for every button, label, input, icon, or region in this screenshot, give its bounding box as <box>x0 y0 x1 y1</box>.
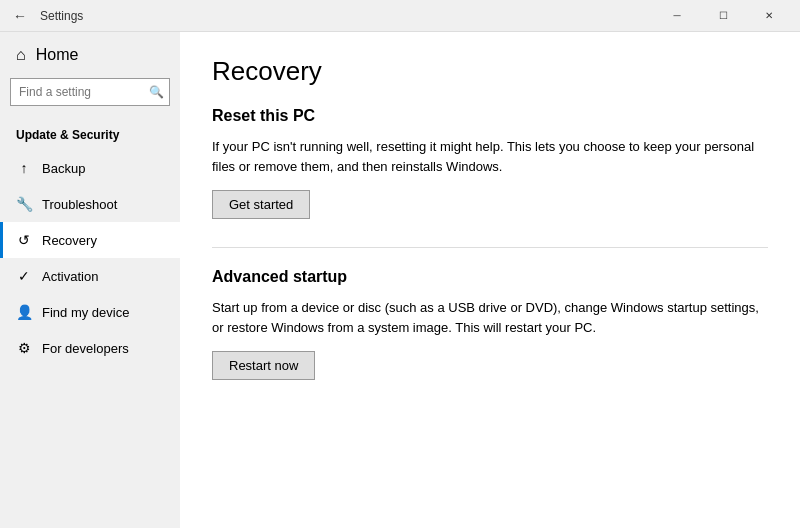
search-box[interactable]: 🔍 <box>10 78 170 106</box>
sidebar-item-recovery[interactable]: ↺ Recovery <box>0 222 180 258</box>
restart-now-button[interactable]: Restart now <box>212 351 315 380</box>
search-icon: 🔍 <box>149 85 164 99</box>
search-input[interactable] <box>10 78 170 106</box>
get-started-button[interactable]: Get started <box>212 190 310 219</box>
backup-icon: ↑ <box>16 160 32 176</box>
content-area: Recovery Reset this PC If your PC isn't … <box>180 32 800 528</box>
main-area: ⌂ Home 🔍 Update & Security ↑ Backup 🔧 Tr… <box>0 32 800 528</box>
sidebar-item-home[interactable]: ⌂ Home <box>0 32 180 78</box>
sidebar-item-find-my-device[interactable]: 👤 Find my device <box>0 294 180 330</box>
sidebar-item-activation[interactable]: ✓ Activation <box>0 258 180 294</box>
close-button[interactable]: ✕ <box>746 0 792 32</box>
sidebar-section-title: Update & Security <box>0 116 180 150</box>
close-icon: ✕ <box>765 10 773 21</box>
sidebar-home-label: Home <box>36 46 79 64</box>
troubleshoot-icon: 🔧 <box>16 196 32 212</box>
find-my-device-icon: 👤 <box>16 304 32 320</box>
activation-icon: ✓ <box>16 268 32 284</box>
advanced-section-description: Start up from a device or disc (such as … <box>212 298 768 337</box>
maximize-button[interactable]: ☐ <box>700 0 746 32</box>
sidebar-item-label: For developers <box>42 341 129 356</box>
sidebar-item-label: Activation <box>42 269 98 284</box>
sidebar-item-backup[interactable]: ↑ Backup <box>0 150 180 186</box>
advanced-section-title: Advanced startup <box>212 268 768 286</box>
recovery-icon: ↺ <box>16 232 32 248</box>
reset-section-description: If your PC isn't running well, resetting… <box>212 137 768 176</box>
reset-section-title: Reset this PC <box>212 107 768 125</box>
section-divider <box>212 247 768 248</box>
for-developers-icon: ⚙ <box>16 340 32 356</box>
titlebar: ← Settings ─ ☐ ✕ <box>0 0 800 32</box>
minimize-button[interactable]: ─ <box>654 0 700 32</box>
back-icon: ← <box>13 8 27 24</box>
page-title: Recovery <box>212 56 768 87</box>
sidebar-item-label: Troubleshoot <box>42 197 117 212</box>
maximize-icon: ☐ <box>719 10 728 21</box>
home-icon: ⌂ <box>16 46 26 64</box>
sidebar-item-troubleshoot[interactable]: 🔧 Troubleshoot <box>0 186 180 222</box>
back-button[interactable]: ← <box>8 4 32 28</box>
sidebar-item-for-developers[interactable]: ⚙ For developers <box>0 330 180 366</box>
sidebar-item-label: Recovery <box>42 233 97 248</box>
minimize-icon: ─ <box>673 10 680 21</box>
sidebar-item-label: Backup <box>42 161 85 176</box>
sidebar: ⌂ Home 🔍 Update & Security ↑ Backup 🔧 Tr… <box>0 32 180 528</box>
sidebar-item-label: Find my device <box>42 305 129 320</box>
window-controls: ─ ☐ ✕ <box>654 0 792 32</box>
window-title: Settings <box>40 9 654 23</box>
